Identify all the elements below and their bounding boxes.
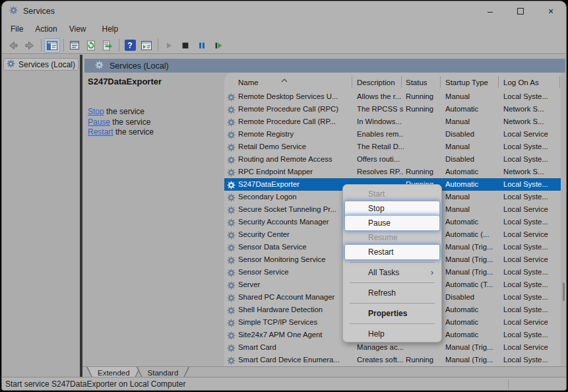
export-list-button[interactable] xyxy=(100,38,115,53)
minimize-button[interactable]: – xyxy=(475,1,505,21)
sort-ascending-icon[interactable] xyxy=(281,73,288,85)
cell-startup: Automatic xyxy=(445,218,501,226)
cell-startup: Manual (Trig... xyxy=(445,356,501,364)
status-bar: Start service S247DataExporter on Local … xyxy=(2,377,566,390)
stop-icon xyxy=(181,41,190,50)
cell-status: Running xyxy=(406,105,443,113)
cell-desc: Resolves RP... xyxy=(357,168,404,176)
cell-name: Site24x7 APM One Agent xyxy=(238,331,350,339)
service-row-remote-procedure-call-rpc[interactable]: Remote Procedure Call (RPC)The RPCSS s..… xyxy=(224,103,561,115)
service-row-remote-registry[interactable]: Remote RegistryEnables rem...DisabledLoc… xyxy=(224,128,561,141)
service-info-panel: S247DataExporter Stop the servicePause t… xyxy=(88,77,220,138)
cell-desc: Allows the r... xyxy=(357,92,404,100)
console-tree-icon xyxy=(47,41,57,50)
column-divider[interactable] xyxy=(559,76,560,88)
refresh-button[interactable] xyxy=(83,38,99,53)
cell-desc: In Windows... xyxy=(357,117,404,125)
show-console-tree-button[interactable] xyxy=(44,38,60,53)
cell-logon: Local Syste... xyxy=(503,268,560,276)
cell-startup: Manual (Trig... xyxy=(445,243,501,251)
menu-help[interactable]: Help xyxy=(96,22,125,36)
help-button[interactable]: ? xyxy=(122,38,138,53)
close-button[interactable]: × xyxy=(536,1,566,21)
context-menu-item-properties[interactable]: Properties xyxy=(343,306,441,321)
context-menu-item-all-tasks[interactable]: All Tasks› xyxy=(343,265,441,280)
column-header-description[interactable]: Description xyxy=(357,79,395,86)
cell-name: Remote Desktop Services U... xyxy=(238,92,350,100)
stop-service-button[interactable] xyxy=(177,38,193,53)
service-row-routing-and-remote-access[interactable]: Routing and Remote AccessOffers routi...… xyxy=(224,153,561,166)
column-divider[interactable] xyxy=(352,76,352,88)
help-icon: ? xyxy=(125,40,136,51)
context-menu-item-resume[interactable]: Resume xyxy=(343,230,441,245)
service-row-remote-desktop-services-u[interactable]: Remote Desktop Services U...Allows the r… xyxy=(224,90,561,103)
maximize-icon xyxy=(517,8,524,15)
column-header-name[interactable]: Name xyxy=(238,79,259,86)
column-header-log-on-as[interactable]: Log On As xyxy=(503,79,539,86)
cell-startup: Automatic (T... xyxy=(445,280,501,288)
cell-logon: Local Syste... xyxy=(503,331,560,339)
column-header-startup-type[interactable]: Startup Type xyxy=(445,79,488,86)
cell-startup: Manual xyxy=(445,205,501,213)
link-restart[interactable]: Restart xyxy=(88,127,113,137)
services-app-icon xyxy=(9,5,18,17)
context-menu-item-pause[interactable]: Pause xyxy=(345,216,439,230)
menu-item-label: Start xyxy=(368,187,385,201)
link-pause[interactable]: Pause xyxy=(88,117,110,127)
column-header-status[interactable]: Status xyxy=(406,79,427,86)
forward-button[interactable] xyxy=(22,38,38,53)
start-service-button[interactable] xyxy=(161,38,177,53)
service-row-remote-procedure-call-rp[interactable]: Remote Procedure Call (RP...In Windows..… xyxy=(224,115,561,128)
list-scrollbar[interactable] xyxy=(561,73,567,366)
context-menu-item-start[interactable]: Start xyxy=(343,187,441,201)
pause-service-button[interactable] xyxy=(194,38,210,53)
cell-name: Security Center xyxy=(238,230,350,238)
menu-view[interactable]: View xyxy=(63,22,92,36)
column-divider[interactable] xyxy=(498,76,499,88)
cell-desc: Manages ac... xyxy=(357,343,404,351)
service-row-retail-demo-service[interactable]: Retail Demo ServiceThe Retail D...Manual… xyxy=(224,141,561,153)
cell-startup: Automatic xyxy=(445,168,501,176)
menu-action[interactable]: Action xyxy=(29,22,63,36)
cell-startup: Manual (Trig... xyxy=(445,255,501,263)
cell-logon: Local Syste... xyxy=(503,218,560,226)
refresh-icon xyxy=(86,40,96,51)
console-tree-panel: Services (Local) xyxy=(2,55,80,377)
selected-service-name: S247DataExporter xyxy=(88,77,220,86)
column-divider[interactable] xyxy=(440,76,441,88)
gear-icon xyxy=(95,61,104,71)
toolbar: ? xyxy=(2,37,566,54)
cell-desc: The Retail D... xyxy=(357,143,404,150)
table-header: Name Description Status Startup Type Log… xyxy=(224,73,561,90)
cell-logon: Local Syste... xyxy=(503,243,560,251)
link-stop[interactable]: Stop xyxy=(88,107,104,116)
maximize-button[interactable] xyxy=(505,1,536,21)
service-row-smart-card[interactable]: Smart CardManages ac...Manual (Trig...Lo… xyxy=(224,341,561,354)
menu-separator xyxy=(350,323,435,324)
context-menu-item-refresh[interactable]: Refresh xyxy=(343,286,441,300)
cell-logon: Local Service xyxy=(503,255,560,263)
scrollbar-thumb[interactable] xyxy=(563,282,565,301)
context-menu-item-stop[interactable]: Stop xyxy=(345,201,439,216)
menu-file[interactable]: File xyxy=(5,22,29,36)
back-button[interactable] xyxy=(5,38,21,53)
cell-name: Sensor Monitoring Service xyxy=(238,255,350,263)
cell-name: Shared PC Account Manager xyxy=(238,293,350,301)
context-menu-item-help[interactable]: Help xyxy=(343,327,441,341)
menu-item-label: Stop xyxy=(368,201,385,216)
service-row-rpc-endpoint-mapper[interactable]: RPC Endpoint MapperResolves RP...Running… xyxy=(224,166,561,178)
properties-button[interactable] xyxy=(67,38,82,53)
service-row-smart-card-device-enumera[interactable]: Smart Card Device Enumera...Creates soft… xyxy=(224,354,561,366)
cell-name: Sensor Service xyxy=(238,268,350,276)
main-area: Services (Local) Services (Local) S247Da… xyxy=(2,55,566,377)
cell-logon: Local Service xyxy=(503,130,560,138)
content-area: Services (Local) S247DataExporter Stop t… xyxy=(82,55,566,377)
column-divider[interactable] xyxy=(401,76,402,88)
cell-name: Secure Socket Tunneling Pr... xyxy=(238,205,350,213)
cell-name: Retail Demo Service xyxy=(238,143,350,150)
restart-service-button[interactable] xyxy=(210,38,226,53)
context-menu-item-restart[interactable]: Restart xyxy=(345,245,439,259)
services-window: Services – × FileActionViewHelp ? xyxy=(1,1,567,391)
tree-item-services-local[interactable]: Services (Local) xyxy=(3,58,79,71)
show-action-pane-button[interactable] xyxy=(139,38,154,53)
